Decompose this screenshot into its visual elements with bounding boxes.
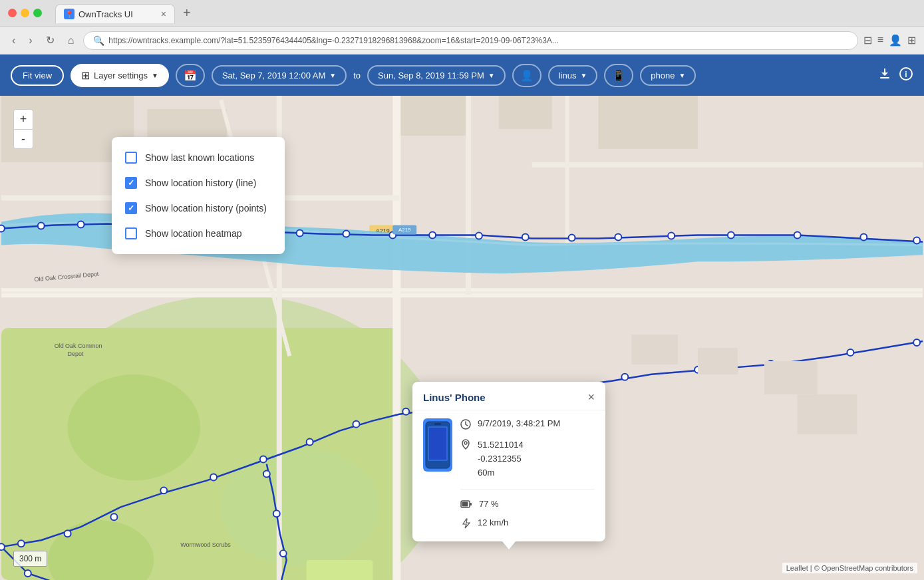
minimize-window-button[interactable] — [21, 9, 29, 17]
popup-title: Linus' Phone — [423, 392, 486, 403]
clock-icon — [460, 419, 471, 432]
svg-point-30 — [78, 221, 84, 227]
reload-button[interactable]: ↻ — [42, 31, 59, 49]
svg-rect-96 — [462, 502, 468, 507]
url-bar[interactable]: 🔍 https://owntracks.example.com/?lat=51.… — [83, 31, 857, 50]
extensions-icon[interactable]: ⊞ — [907, 34, 916, 47]
nav-bar: ‹ › ↻ ⌂ 🔍 https://owntracks.example.com/… — [0, 27, 924, 55]
new-tab-button[interactable]: + — [178, 3, 196, 23]
history-points-label: Show location history (points) — [145, 203, 267, 214]
to-label: to — [353, 71, 361, 80]
svg-point-73 — [273, 510, 280, 517]
zoom-in-button[interactable]: + — [13, 109, 33, 129]
home-button[interactable]: ⌂ — [64, 32, 78, 49]
layer-option-history-line[interactable]: ✓ Show location history (line) — [112, 170, 285, 196]
svg-point-13 — [220, 448, 379, 567]
info-button[interactable]: i — [899, 67, 913, 84]
svg-point-60 — [621, 374, 628, 380]
svg-rect-90 — [434, 423, 441, 425]
history-points-checkbox[interactable]: ✓ — [125, 202, 137, 214]
zoom-out-button[interactable]: - — [13, 129, 33, 149]
svg-point-74 — [263, 470, 270, 477]
start-date-chevron-icon: ▼ — [329, 72, 336, 79]
popup-speed: 12 km/h — [478, 517, 508, 527]
popup-phone-image — [423, 418, 452, 472]
svg-point-50 — [110, 513, 117, 520]
svg-rect-9 — [499, 96, 552, 129]
phone-label: phone — [651, 71, 675, 80]
fullscreen-window-button[interactable] — [33, 9, 42, 17]
popup-latitude: 51.5211014 — [478, 438, 524, 452]
svg-rect-85 — [631, 335, 678, 364]
location-pin-icon — [460, 439, 471, 452]
phone-select-button[interactable]: phone ▼ — [640, 65, 696, 86]
start-date-button[interactable]: Sat, Sep 7, 2019 12:00 AM ▼ — [212, 65, 347, 86]
bookmarks-icon[interactable]: ⊟ — [863, 34, 872, 47]
svg-point-56 — [402, 408, 409, 415]
popup-battery-row: 77 % — [460, 499, 595, 511]
popup-close-button[interactable]: × — [587, 391, 595, 403]
battery-icon — [460, 500, 472, 511]
user-select-button[interactable]: linus ▼ — [548, 65, 598, 86]
url-text: https://owntracks.example.com/?lat=51.52… — [108, 36, 558, 45]
layer-option-last-known[interactable]: Show last known locations — [112, 145, 285, 170]
chevron-down-icon: ▼ — [152, 72, 158, 79]
popup-speed-row: 12 km/h — [460, 517, 595, 531]
tab-favicon-icon: 📍 — [64, 9, 75, 19]
scale-label: 300 m — [19, 554, 41, 563]
svg-rect-83 — [698, 348, 738, 374]
forward-button[interactable]: › — [25, 32, 36, 49]
user-label: linus — [559, 71, 577, 80]
popup-battery: 77 % — [479, 499, 499, 509]
attribution-text: Leaflet | © OpenStreetMap contributors — [786, 564, 913, 572]
check-icon-2: ✓ — [128, 204, 134, 213]
end-date-chevron-icon: ▼ — [488, 72, 495, 79]
browser-menu-icon[interactable]: ≡ — [877, 34, 883, 47]
layer-option-heatmap[interactable]: Show location heatmap — [112, 221, 285, 246]
device-icon-button[interactable]: 📱 — [604, 64, 633, 87]
svg-point-42 — [615, 233, 621, 240]
layer-option-history-points[interactable]: ✓ Show location history (points) — [112, 196, 285, 221]
svg-point-43 — [668, 232, 675, 239]
popup-info: 9/7/2019, 3:48:21 PM 51.5211014 -0.23123… — [460, 418, 595, 531]
scale-bar: 300 m — [13, 551, 47, 567]
fit-view-button[interactable]: Fit view — [11, 65, 64, 86]
svg-point-46 — [860, 233, 867, 240]
svg-rect-75 — [307, 560, 373, 580]
user-icon-button[interactable]: 👤 — [512, 64, 541, 87]
browser-tab[interactable]: 📍 OwnTracks UI × — [55, 4, 175, 23]
back-button[interactable]: ‹ — [8, 32, 19, 49]
popup-timestamp-row: 9/7/2019, 3:48:21 PM — [460, 418, 595, 432]
heatmap-checkbox[interactable] — [125, 227, 137, 239]
svg-point-51 — [160, 487, 167, 494]
svg-rect-10 — [598, 96, 698, 149]
last-known-label: Show last known locations — [145, 152, 254, 163]
svg-rect-86 — [798, 394, 857, 434]
nav-icons: ⊟ ≡ 👤 ⊞ — [863, 34, 916, 47]
svg-point-48 — [18, 540, 25, 547]
close-window-button[interactable] — [8, 9, 17, 17]
svg-point-12 — [68, 374, 200, 481]
popup-tail — [502, 541, 516, 549]
download-button[interactable] — [877, 67, 892, 84]
layers-icon: ⊞ — [81, 69, 90, 82]
tab-close-button[interactable]: × — [161, 9, 166, 19]
user-chevron-icon: ▼ — [580, 72, 587, 79]
svg-point-36 — [343, 230, 349, 237]
calendar-button[interactable]: 📅 — [176, 64, 205, 87]
svg-point-40 — [522, 233, 529, 240]
svg-point-65 — [0, 543, 5, 550]
location-popup: Linus' Phone × — [412, 382, 605, 541]
last-known-checkbox[interactable] — [125, 152, 137, 164]
popup-timestamp: 9/7/2019, 3:48:21 PM — [478, 418, 560, 428]
history-line-checkbox[interactable]: ✓ — [125, 177, 137, 189]
end-date-button[interactable]: Sun, Sep 8, 2019 11:59 PM ▼ — [367, 65, 506, 86]
layer-settings-button[interactable]: ⊞ Layer settings ▼ — [71, 64, 169, 87]
svg-rect-8 — [399, 96, 466, 136]
map-container[interactable]: A219 A219 — [0, 96, 924, 580]
phone-device-icon — [425, 421, 450, 469]
svg-point-44 — [728, 231, 734, 238]
account-icon[interactable]: 👤 — [889, 34, 902, 47]
history-line-label: Show location history (line) — [145, 178, 256, 188]
svg-point-41 — [569, 234, 575, 241]
